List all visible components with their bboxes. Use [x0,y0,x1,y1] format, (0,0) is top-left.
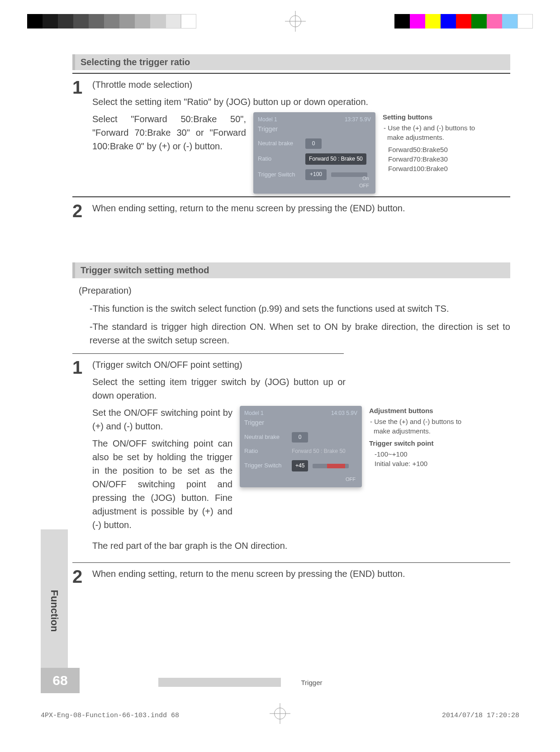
side-note: Setting buttons - Use the (+) and (-) bu… [383,112,487,173]
crosshair-icon [285,11,306,32]
side-tab-label: Function [48,590,60,632]
step-text: Select the setting item trigger switch b… [92,375,346,402]
step-number: 1 [72,78,86,96]
preparation-label: (Preparation) [79,284,510,297]
note-option: Forward50:Brake50 [383,145,487,154]
section-heading: Trigger switch setting method [72,262,510,278]
step-1: 1 (Throttle mode selection) Select the s… [72,78,510,194]
step-title: (Trigger switch ON/OFF point setting) [92,358,510,371]
step-2: 2 When ending setting, return to the men… [72,202,510,220]
lcd-screenshot: Model 113:37 5.9V Trigger Neutral brake0… [253,112,375,194]
preparation-text: -The standard is trigger high direction … [90,320,510,347]
note-option: Forward70:Brake30 [383,154,487,164]
step-number: 2 [72,567,86,585]
page-number: 68 [41,668,80,693]
side-note: Adjustment buttons - Use the (+) and (-)… [369,406,473,468]
note-value: Initial value: +100 [369,459,473,468]
section-heading: Selecting the trigger ratio [72,54,510,70]
step-title: (Throttle mode selection) [92,78,510,91]
step-text: The ON/OFF switching point can also be s… [92,437,233,532]
preparation-text: -This function is the switch select func… [90,302,510,315]
step-text: Select "Forward 50:Brake 50", "Forward 7… [92,112,246,153]
note-option: Forward100:Brake0 [383,164,487,173]
footer-title: Trigger [301,679,323,686]
step-text: Select the setting item "Ratio" by (JOG)… [92,95,510,109]
color-bar [394,14,533,29]
note-value: -100~+100 [369,449,473,459]
step-number: 2 [72,202,86,220]
note-heading: Trigger switch point [369,438,473,448]
note-heading: Adjustment buttons [369,406,473,415]
gray-steps [27,14,196,29]
step-2: 2 When ending setting, return to the men… [72,567,510,585]
footer-bar: Trigger [158,678,465,687]
lcd-screenshot: Model 114:03 5.9V Trigger Neutral brake0… [240,406,362,487]
step-text: When ending setting, return to the menu … [92,567,510,581]
step-number: 1 [72,358,86,376]
note-heading: Setting buttons [383,112,487,122]
registration-top [0,11,560,32]
step-text: When ending setting, return to the menu … [92,202,510,215]
step-text: Set the ON/OFF switching point by (+) an… [92,406,233,433]
note-text: - Use the (+) and (-) buttons to make ad… [383,123,487,142]
page-content: Function 68 Trigger Selecting the trigge… [41,54,519,698]
registration-bottom [0,703,560,724]
step-text: The red part of the bar graph is the ON … [92,539,510,552]
divider [72,73,510,74]
step-1: 1 (Trigger switch ON/OFF point setting) … [72,358,510,556]
divider [72,353,344,354]
crosshair-icon [270,703,290,724]
note-text: - Use the (+) and (-) buttons to make ad… [369,417,473,436]
divider [72,196,510,197]
divider [72,562,510,563]
